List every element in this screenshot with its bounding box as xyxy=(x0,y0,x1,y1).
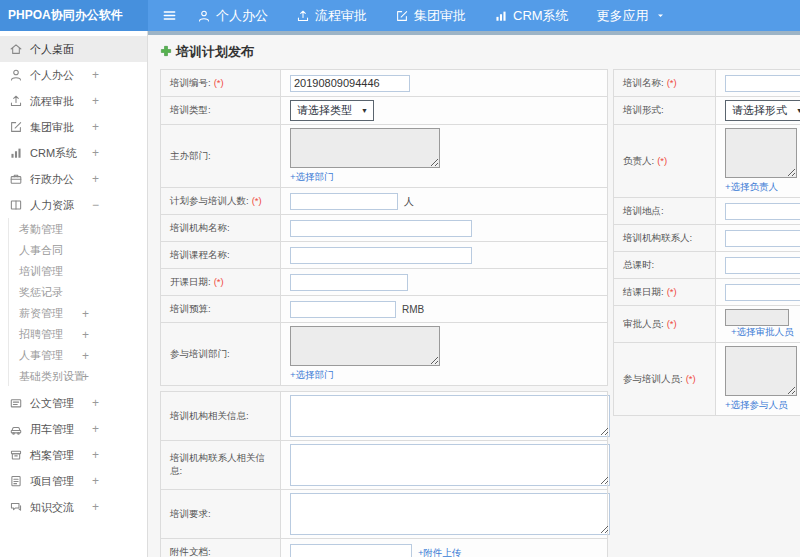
person-in-charge-select-link[interactable]: +选择负责人 xyxy=(725,181,800,194)
sidebar-subitem-salary-mgmt[interactable]: 薪资管理+ xyxy=(0,303,147,324)
host-department-select-link[interactable]: +选择部门 xyxy=(290,171,603,184)
sidebar-item-group-approval[interactable]: 集团审批+ xyxy=(0,114,147,140)
sidebar-subitem-attendance-mgmt[interactable]: 考勤管理 xyxy=(0,219,147,240)
person-in-charge-textarea[interactable] xyxy=(725,128,797,178)
start-date-input[interactable] xyxy=(290,274,408,291)
planned-participants-input[interactable] xyxy=(290,193,398,210)
sidebar-item-personal-desktop[interactable]: 个人桌面 xyxy=(0,36,147,62)
nav-more-apps[interactable]: 更多应用 xyxy=(597,7,665,25)
sidebar-item-project-mgmt[interactable]: 项目管理+ xyxy=(0,468,147,494)
user-icon xyxy=(197,9,211,23)
expand-toggle-icon: + xyxy=(92,474,99,488)
sidebar-subitem-reward-punishment[interactable]: 奖惩记录 xyxy=(0,282,147,303)
top-nav-items: 个人办公流程审批集团审批CRM系统更多应用 xyxy=(197,7,693,25)
nav-workflow-approval[interactable]: 流程审批 xyxy=(296,7,367,25)
total-class-hours-input[interactable] xyxy=(725,257,800,274)
sidebar-item-label: 集团审批 xyxy=(30,120,74,135)
training-form-select-value: 请选择形式 xyxy=(732,103,787,118)
training-type-select[interactable]: 请选择类型▼ xyxy=(290,100,374,121)
expand-toggle-icon: + xyxy=(82,349,89,363)
nav-crm-system[interactable]: CRM系统 xyxy=(494,7,569,25)
sidebar-subitem-label: 奖惩记录 xyxy=(19,285,63,300)
form-right-column: 培训名称:(*)培训形式:请选择形式▼负责人:(*)+选择负责人培训地点:培训机… xyxy=(613,69,800,416)
training-location-input[interactable] xyxy=(725,203,800,220)
sidebar-subitem-hr-contract[interactable]: 人事合同 xyxy=(0,240,147,261)
form-row-participating-departments: 参与培训部门:+选择部门 xyxy=(161,323,608,386)
sidebar-item-admin-office[interactable]: 行政办公+ xyxy=(0,166,147,192)
sidebar-item-label: 项目管理 xyxy=(30,474,74,489)
app-logo: PHPOA协同办公软件 xyxy=(0,0,148,31)
sidebar-item-human-resources[interactable]: 人力资源− xyxy=(0,192,147,218)
sidebar-item-label: CRM系统 xyxy=(30,146,77,161)
training-org-name-input[interactable] xyxy=(290,220,472,237)
sidebar-item-workflow-approval[interactable]: 流程审批+ xyxy=(0,88,147,114)
sidebar-item-personal-office[interactable]: 个人办公+ xyxy=(0,62,147,88)
form-row-training-form: 培训形式:请选择形式▼ xyxy=(614,97,800,125)
participating-departments-select-link[interactable]: +选择部门 xyxy=(290,369,603,382)
nav-group-approval[interactable]: 集团审批 xyxy=(395,7,466,25)
sidebar-item-label: 档案管理 xyxy=(30,448,74,463)
chat-icon xyxy=(9,500,23,514)
expand-toggle-icon: + xyxy=(92,500,99,514)
expand-toggle-icon: + xyxy=(92,68,99,82)
training-budget-input[interactable] xyxy=(290,301,396,318)
sidebar-item-label: 个人办公 xyxy=(30,68,74,83)
host-department-textarea[interactable] xyxy=(290,128,440,168)
chevron-down-icon xyxy=(656,11,665,20)
sidebar-item-vehicle-mgmt[interactable]: 用车管理+ xyxy=(0,416,147,442)
participating-departments-label: 参与培训部门: xyxy=(170,348,230,359)
sidebar-item-knowledge-exchange[interactable]: 知识交流+ xyxy=(0,494,147,520)
sidebar-item-label: 用车管理 xyxy=(30,422,74,437)
sidebar-submenu-human-resources: 考勤管理人事合同培训管理奖惩记录薪资管理+招聘管理+人事管理+基础类别设置+ xyxy=(0,218,147,390)
sidebar-item-label: 个人桌面 xyxy=(30,42,74,57)
sidebar-subitem-training-mgmt[interactable]: 培训管理 xyxy=(0,261,147,282)
upload-icon xyxy=(296,9,310,23)
sidebar-subitem-recruitment-mgmt[interactable]: 招聘管理+ xyxy=(0,324,147,345)
content-top-scrollbar[interactable] xyxy=(148,31,800,35)
app-window: PHPOA协同办公软件 个人办公流程审批集团审批CRM系统更多应用 个人桌面个人… xyxy=(0,0,800,557)
total-class-hours-label: 总课时: xyxy=(623,259,654,270)
form-row-planned-participants: 计划参与培训人数:(*)人 xyxy=(161,188,608,215)
start-date-label: 开课日期: xyxy=(170,276,211,287)
page-title-row: 培训计划发布 xyxy=(160,43,800,61)
expand-toggle-icon: + xyxy=(82,328,89,342)
sidebar-subitem-base-category-setup[interactable]: 基础类别设置+ xyxy=(0,366,147,387)
expand-toggle-icon: − xyxy=(92,198,99,212)
person-in-charge-label: 负责人: xyxy=(623,155,654,166)
org-related-info-textarea[interactable] xyxy=(290,395,610,437)
form-table-bottom: 培训机构相关信息:培训机构联系人相关信息:培训要求:附件文档:+附件上传 xyxy=(160,391,608,557)
chart-icon xyxy=(494,9,508,23)
sidebar-item-document-mgmt[interactable]: 公文管理+ xyxy=(0,390,147,416)
approvers-input[interactable] xyxy=(725,309,789,326)
training-no-input[interactable] xyxy=(290,75,410,92)
end-date-input[interactable] xyxy=(725,284,800,301)
sidebar-item-archive-mgmt[interactable]: 档案管理+ xyxy=(0,442,147,468)
menu-toggle-button[interactable] xyxy=(162,8,177,23)
training-plan-form: 培训编号:(*)培训类型:请选择类型▼主办部门:+选择部门计划参与培训人数:(*… xyxy=(160,69,800,557)
training-org-contact-label: 培训机构联系人: xyxy=(623,232,692,243)
participating-personnel-textarea[interactable] xyxy=(725,346,797,396)
approvers-select-link[interactable]: +选择审批人员 xyxy=(731,326,794,337)
attachment-doc-input[interactable] xyxy=(290,544,412,557)
training-requirements-textarea[interactable] xyxy=(290,493,610,535)
sidebar-item-crm-system[interactable]: CRM系统+ xyxy=(0,140,147,166)
required-mark: (*) xyxy=(667,286,677,297)
expand-toggle-icon: + xyxy=(92,146,99,160)
chevron-down-icon: ▼ xyxy=(796,107,800,114)
training-name-input[interactable] xyxy=(725,75,800,92)
participating-personnel-select-link[interactable]: +选择参与人员 xyxy=(725,399,800,412)
required-mark: (*) xyxy=(667,318,677,329)
page-title: 培训计划发布 xyxy=(176,43,254,61)
project-icon xyxy=(9,474,23,488)
participating-departments-textarea[interactable] xyxy=(290,326,440,366)
org-contact-related-info-textarea[interactable] xyxy=(290,444,610,486)
form-row-participating-personnel: 参与培训人员:(*)+选择参与人员 xyxy=(614,343,800,416)
sidebar-subitem-personnel-mgmt[interactable]: 人事管理+ xyxy=(0,345,147,366)
nav-personal-office[interactable]: 个人办公 xyxy=(197,7,268,25)
training-form-select[interactable]: 请选择形式▼ xyxy=(725,100,800,121)
required-mark: (*) xyxy=(686,373,696,384)
attachment-doc-select-link[interactable]: +附件上传 xyxy=(418,547,462,557)
training-course-name-input[interactable] xyxy=(290,247,472,264)
training-org-contact-input[interactable] xyxy=(725,230,800,247)
attachment-doc-label: 附件文档: xyxy=(170,546,211,557)
